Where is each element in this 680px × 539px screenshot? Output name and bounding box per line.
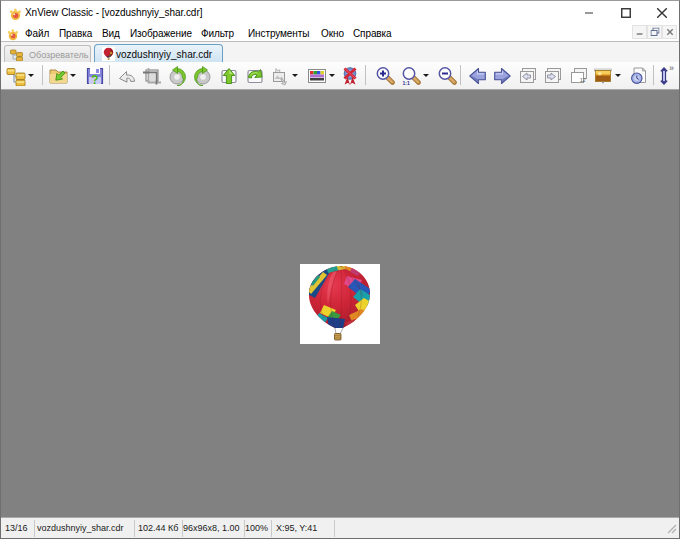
svg-text:1:1: 1:1 <box>403 80 410 86</box>
svg-text:12: 12 <box>580 77 586 83</box>
svg-text:?: ? <box>91 73 98 86</box>
